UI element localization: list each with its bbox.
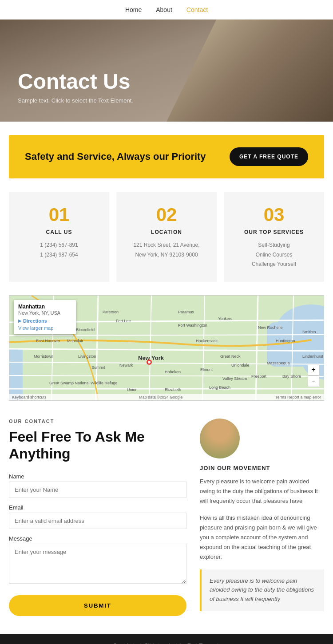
card-number-1: 01 — [18, 204, 100, 225]
svg-text:Yonkers: Yonkers — [218, 316, 233, 321]
name-input[interactable] — [9, 482, 186, 498]
svg-text:Great Neck: Great Neck — [220, 354, 241, 359]
svg-text:Newark: Newark — [119, 363, 133, 367]
get-quote-button[interactable]: GET A FREE QUOTE — [230, 147, 308, 166]
svg-text:Union: Union — [127, 387, 138, 392]
svg-text:Valley Stream: Valley Stream — [222, 376, 247, 381]
banner-tagline: Safety and Service, Always our Priority — [25, 151, 206, 162]
hero-title: Contact Us — [18, 69, 133, 94]
card-detail-2: 121 Rock Sreet, 21 Avenue, New York, NY … — [125, 241, 208, 260]
svg-text:Paterson: Paterson — [103, 310, 119, 314]
email-input[interactable] — [9, 513, 186, 529]
map-zoom-out-button[interactable]: − — [308, 375, 319, 387]
info-card-location: 02 LOCATION 121 Rock Sreet, 21 Avenue, N… — [116, 192, 217, 282]
message-label: Message — [9, 535, 186, 542]
svg-text:Morristown: Morristown — [34, 354, 53, 359]
map-overlay: Manhattan New York, NY, USA Directions V… — [14, 300, 76, 334]
card-number-2: 02 — [125, 204, 208, 225]
card-detail-1: 1 (234) 567-891 1 (234) 987-654 — [18, 241, 100, 260]
svg-text:Hoboken: Hoboken — [165, 370, 181, 374]
contact-section: OUR CONTACT Feel Free To Ask Me Anything… — [9, 419, 324, 616]
card-label-1: CALL US — [18, 229, 100, 235]
map-zoom-in-button[interactable]: + — [308, 364, 319, 375]
yellow-banner: Safety and Service, Always our Priority … — [9, 135, 324, 178]
svg-text:Bloomfield: Bloomfield — [76, 328, 95, 332]
info-card-call: 01 CALL US 1 (234) 567-891 1 (234) 987-6… — [9, 192, 109, 282]
map-footer: Keyboard shortcuts Map data ©2024 Google… — [9, 394, 324, 400]
navigation: Home About Contact — [0, 0, 333, 20]
map-inner: New York Bloomfield Fort Lee Fort Washin… — [9, 296, 324, 400]
map-data-credit: Map data ©2024 Google — [139, 395, 182, 399]
svg-text:Uniondale: Uniondale — [231, 363, 250, 367]
svg-text:Freeport: Freeport — [251, 374, 267, 379]
name-label: Name — [9, 473, 186, 480]
hero-subtitle: Sample text. Click to select the Text El… — [18, 97, 133, 104]
svg-text:Elmont: Elmont — [200, 367, 213, 372]
contact-info-column: JOIN OUR MOVEMENT Every pleasure is to w… — [200, 419, 324, 616]
svg-text:Huntington: Huntington — [276, 339, 295, 343]
our-contact-label: OUR CONTACT — [9, 419, 186, 424]
join-label: JOIN OUR MOVEMENT — [200, 465, 324, 471]
svg-rect-4 — [9, 349, 23, 400]
footer-text: Sample text. Click to select the Text El… — [113, 643, 220, 644]
svg-text:New Rochelle: New Rochelle — [258, 325, 283, 330]
svg-text:East Hanover: East Hanover — [36, 339, 60, 343]
svg-text:Lindenhurst: Lindenhurst — [302, 354, 324, 359]
svg-text:Bay Shore: Bay Shore — [282, 374, 301, 379]
avatar — [200, 419, 240, 458]
info-card-services: 03 OUR TOP SERVICES Self-Studying Online… — [224, 192, 324, 282]
map-place-sub: New York, NY, USA — [18, 310, 71, 316]
svg-text:Massapequa: Massapequa — [267, 361, 290, 365]
card-label-2: LOCATION — [125, 229, 208, 235]
nav-contact[interactable]: Contact — [186, 6, 208, 13]
svg-point-50 — [148, 361, 151, 363]
svg-text:Fort Washington: Fort Washington — [178, 323, 207, 328]
contact-heading: Feel Free To Ask Me Anything — [9, 428, 186, 462]
submit-button[interactable]: SUBMIT — [9, 595, 186, 616]
map-directions-button[interactable]: Directions — [18, 318, 71, 324]
svg-text:Livingston: Livingston — [78, 354, 96, 359]
info-cards: 01 CALL US 1 (234) 567-891 1 (234) 987-6… — [9, 192, 324, 282]
svg-text:Paramus: Paramus — [178, 310, 194, 314]
quote-box: Every pleasure is to welcome pain avoide… — [200, 569, 324, 611]
hero-section: Contact Us Sample text. Click to select … — [0, 20, 333, 122]
svg-text:Elizabeth: Elizabeth — [165, 387, 181, 392]
map-terms: Terms Report a map error — [275, 395, 321, 399]
footer: Sample text. Click to select the Text El… — [0, 634, 333, 644]
hero-content: Contact Us Sample text. Click to select … — [18, 69, 133, 104]
map-view-larger-link[interactable]: View larger map — [18, 325, 71, 331]
svg-text:Long Beach: Long Beach — [209, 385, 230, 390]
message-field-group: Message — [9, 535, 186, 585]
card-number-3: 03 — [233, 204, 315, 225]
map-keyboard-shortcuts: Keyboard shortcuts — [12, 395, 47, 399]
card-label-3: OUR TOP SERVICES — [233, 229, 315, 235]
map-container: New York Bloomfield Fort Lee Fort Washin… — [9, 295, 324, 401]
email-label: Email — [9, 504, 186, 511]
nav-about[interactable]: About — [156, 6, 172, 13]
worker-avatar-image — [200, 419, 240, 458]
card-detail-3: Self-Studying Online Courses Challenge Y… — [233, 241, 315, 269]
svg-text:Hackensack: Hackensack — [196, 339, 218, 343]
svg-text:Fort Lee: Fort Lee — [116, 319, 131, 323]
contact-form-column: OUR CONTACT Feel Free To Ask Me Anything… — [9, 419, 186, 616]
join-para-1: Every pleasure is to welcome pain avoide… — [200, 477, 324, 506]
join-para-2: How is all this mistaken idea of denounc… — [200, 513, 324, 562]
map-controls: + − — [308, 364, 319, 387]
svg-text:Montclair: Montclair — [67, 339, 83, 343]
svg-text:Great Swamp National Wildlife : Great Swamp National Wildlife Refuge — [49, 381, 118, 385]
svg-text:New York: New York — [138, 355, 164, 361]
nav-home[interactable]: Home — [125, 6, 142, 13]
svg-text:Summit: Summit — [91, 365, 105, 370]
message-textarea[interactable] — [9, 544, 186, 584]
name-field-group: Name — [9, 473, 186, 498]
map-place-name: Manhattan — [18, 304, 71, 310]
svg-text:Smithto...: Smithto... — [302, 330, 319, 334]
email-field-group: Email — [9, 504, 186, 529]
